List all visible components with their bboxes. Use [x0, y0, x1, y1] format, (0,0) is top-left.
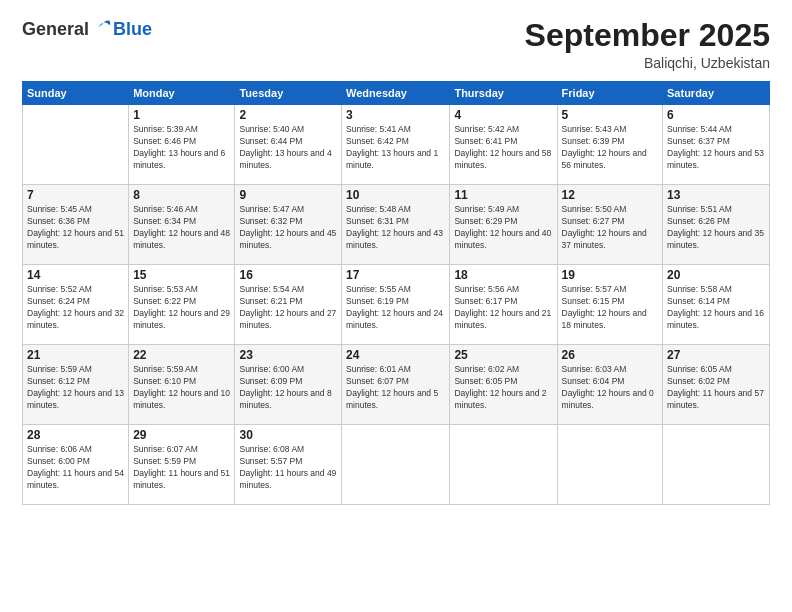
- week-row-3: 14Sunrise: 5:52 AMSunset: 6:24 PMDayligh…: [23, 265, 770, 345]
- day-number: 6: [667, 108, 765, 122]
- cell-week2-day3: 10Sunrise: 5:48 AMSunset: 6:31 PMDayligh…: [342, 185, 450, 265]
- day-info: Sunrise: 5:59 AMSunset: 6:12 PMDaylight:…: [27, 364, 124, 412]
- day-info: Sunrise: 5:55 AMSunset: 6:19 PMDaylight:…: [346, 284, 445, 332]
- cell-week4-day6: 27Sunrise: 6:05 AMSunset: 6:02 PMDayligh…: [663, 345, 770, 425]
- cell-week1-day5: 5Sunrise: 5:43 AMSunset: 6:39 PMDaylight…: [557, 105, 662, 185]
- cell-week5-day1: 29Sunrise: 6:07 AMSunset: 5:59 PMDayligh…: [129, 425, 235, 505]
- cell-week2-day4: 11Sunrise: 5:49 AMSunset: 6:29 PMDayligh…: [450, 185, 557, 265]
- day-info: Sunrise: 6:07 AMSunset: 5:59 PMDaylight:…: [133, 444, 230, 492]
- cell-week3-day6: 20Sunrise: 5:58 AMSunset: 6:14 PMDayligh…: [663, 265, 770, 345]
- day-info: Sunrise: 6:01 AMSunset: 6:07 PMDaylight:…: [346, 364, 445, 412]
- day-number: 24: [346, 348, 445, 362]
- day-info: Sunrise: 5:49 AMSunset: 6:29 PMDaylight:…: [454, 204, 552, 252]
- day-number: 29: [133, 428, 230, 442]
- logo: General Blue: [22, 18, 152, 40]
- title-block: September 2025 Baliqchi, Uzbekistan: [525, 18, 770, 71]
- day-info: Sunrise: 5:40 AMSunset: 6:44 PMDaylight:…: [239, 124, 337, 172]
- day-number: 11: [454, 188, 552, 202]
- cell-week3-day5: 19Sunrise: 5:57 AMSunset: 6:15 PMDayligh…: [557, 265, 662, 345]
- day-info: Sunrise: 5:41 AMSunset: 6:42 PMDaylight:…: [346, 124, 445, 172]
- cell-week4-day0: 21Sunrise: 5:59 AMSunset: 6:12 PMDayligh…: [23, 345, 129, 425]
- day-info: Sunrise: 5:45 AMSunset: 6:36 PMDaylight:…: [27, 204, 124, 252]
- header-friday: Friday: [557, 82, 662, 105]
- day-number: 4: [454, 108, 552, 122]
- day-info: Sunrise: 6:00 AMSunset: 6:09 PMDaylight:…: [239, 364, 337, 412]
- day-info: Sunrise: 5:57 AMSunset: 6:15 PMDaylight:…: [562, 284, 658, 332]
- day-info: Sunrise: 5:43 AMSunset: 6:39 PMDaylight:…: [562, 124, 658, 172]
- day-info: Sunrise: 6:03 AMSunset: 6:04 PMDaylight:…: [562, 364, 658, 412]
- cell-week5-day6: [663, 425, 770, 505]
- day-number: 1: [133, 108, 230, 122]
- header-wednesday: Wednesday: [342, 82, 450, 105]
- day-number: 23: [239, 348, 337, 362]
- logo-bird-icon: [91, 18, 113, 40]
- cell-week4-day3: 24Sunrise: 6:01 AMSunset: 6:07 PMDayligh…: [342, 345, 450, 425]
- day-number: 19: [562, 268, 658, 282]
- day-number: 22: [133, 348, 230, 362]
- logo-blue-text: Blue: [113, 19, 152, 40]
- header: General Blue September 2025 Baliqchi, Uz…: [22, 18, 770, 71]
- day-info: Sunrise: 5:46 AMSunset: 6:34 PMDaylight:…: [133, 204, 230, 252]
- header-monday: Monday: [129, 82, 235, 105]
- week-row-5: 28Sunrise: 6:06 AMSunset: 6:00 PMDayligh…: [23, 425, 770, 505]
- page: General Blue September 2025 Baliqchi, Uz…: [0, 0, 792, 612]
- cell-week4-day4: 25Sunrise: 6:02 AMSunset: 6:05 PMDayligh…: [450, 345, 557, 425]
- day-info: Sunrise: 6:05 AMSunset: 6:02 PMDaylight:…: [667, 364, 765, 412]
- day-number: 14: [27, 268, 124, 282]
- day-number: 25: [454, 348, 552, 362]
- cell-week4-day2: 23Sunrise: 6:00 AMSunset: 6:09 PMDayligh…: [235, 345, 342, 425]
- cell-week1-day4: 4Sunrise: 5:42 AMSunset: 6:41 PMDaylight…: [450, 105, 557, 185]
- cell-week5-day5: [557, 425, 662, 505]
- calendar: Sunday Monday Tuesday Wednesday Thursday…: [22, 81, 770, 505]
- day-number: 3: [346, 108, 445, 122]
- week-row-1: 1Sunrise: 5:39 AMSunset: 6:46 PMDaylight…: [23, 105, 770, 185]
- day-number: 9: [239, 188, 337, 202]
- cell-week5-day0: 28Sunrise: 6:06 AMSunset: 6:00 PMDayligh…: [23, 425, 129, 505]
- header-thursday: Thursday: [450, 82, 557, 105]
- cell-week5-day4: [450, 425, 557, 505]
- weekday-header-row: Sunday Monday Tuesday Wednesday Thursday…: [23, 82, 770, 105]
- week-row-4: 21Sunrise: 5:59 AMSunset: 6:12 PMDayligh…: [23, 345, 770, 425]
- cell-week3-day4: 18Sunrise: 5:56 AMSunset: 6:17 PMDayligh…: [450, 265, 557, 345]
- header-sunday: Sunday: [23, 82, 129, 105]
- cell-week3-day3: 17Sunrise: 5:55 AMSunset: 6:19 PMDayligh…: [342, 265, 450, 345]
- day-info: Sunrise: 6:08 AMSunset: 5:57 PMDaylight:…: [239, 444, 337, 492]
- day-info: Sunrise: 5:50 AMSunset: 6:27 PMDaylight:…: [562, 204, 658, 252]
- day-info: Sunrise: 5:53 AMSunset: 6:22 PMDaylight:…: [133, 284, 230, 332]
- cell-week5-day3: [342, 425, 450, 505]
- day-number: 8: [133, 188, 230, 202]
- day-number: 26: [562, 348, 658, 362]
- cell-week3-day0: 14Sunrise: 5:52 AMSunset: 6:24 PMDayligh…: [23, 265, 129, 345]
- day-number: 20: [667, 268, 765, 282]
- month-title: September 2025: [525, 18, 770, 53]
- cell-week2-day2: 9Sunrise: 5:47 AMSunset: 6:32 PMDaylight…: [235, 185, 342, 265]
- day-info: Sunrise: 5:51 AMSunset: 6:26 PMDaylight:…: [667, 204, 765, 252]
- cell-week1-day0: [23, 105, 129, 185]
- location: Baliqchi, Uzbekistan: [525, 55, 770, 71]
- day-number: 5: [562, 108, 658, 122]
- day-number: 13: [667, 188, 765, 202]
- cell-week2-day0: 7Sunrise: 5:45 AMSunset: 6:36 PMDaylight…: [23, 185, 129, 265]
- cell-week3-day2: 16Sunrise: 5:54 AMSunset: 6:21 PMDayligh…: [235, 265, 342, 345]
- day-number: 30: [239, 428, 337, 442]
- day-info: Sunrise: 5:48 AMSunset: 6:31 PMDaylight:…: [346, 204, 445, 252]
- day-info: Sunrise: 5:39 AMSunset: 6:46 PMDaylight:…: [133, 124, 230, 172]
- day-number: 16: [239, 268, 337, 282]
- day-number: 12: [562, 188, 658, 202]
- cell-week1-day3: 3Sunrise: 5:41 AMSunset: 6:42 PMDaylight…: [342, 105, 450, 185]
- day-number: 2: [239, 108, 337, 122]
- cell-week4-day5: 26Sunrise: 6:03 AMSunset: 6:04 PMDayligh…: [557, 345, 662, 425]
- cell-week2-day1: 8Sunrise: 5:46 AMSunset: 6:34 PMDaylight…: [129, 185, 235, 265]
- header-saturday: Saturday: [663, 82, 770, 105]
- header-tuesday: Tuesday: [235, 82, 342, 105]
- day-number: 15: [133, 268, 230, 282]
- day-number: 28: [27, 428, 124, 442]
- cell-week1-day2: 2Sunrise: 5:40 AMSunset: 6:44 PMDaylight…: [235, 105, 342, 185]
- day-number: 21: [27, 348, 124, 362]
- week-row-2: 7Sunrise: 5:45 AMSunset: 6:36 PMDaylight…: [23, 185, 770, 265]
- cell-week4-day1: 22Sunrise: 5:59 AMSunset: 6:10 PMDayligh…: [129, 345, 235, 425]
- day-info: Sunrise: 5:42 AMSunset: 6:41 PMDaylight:…: [454, 124, 552, 172]
- day-info: Sunrise: 5:54 AMSunset: 6:21 PMDaylight:…: [239, 284, 337, 332]
- cell-week3-day1: 15Sunrise: 5:53 AMSunset: 6:22 PMDayligh…: [129, 265, 235, 345]
- day-number: 10: [346, 188, 445, 202]
